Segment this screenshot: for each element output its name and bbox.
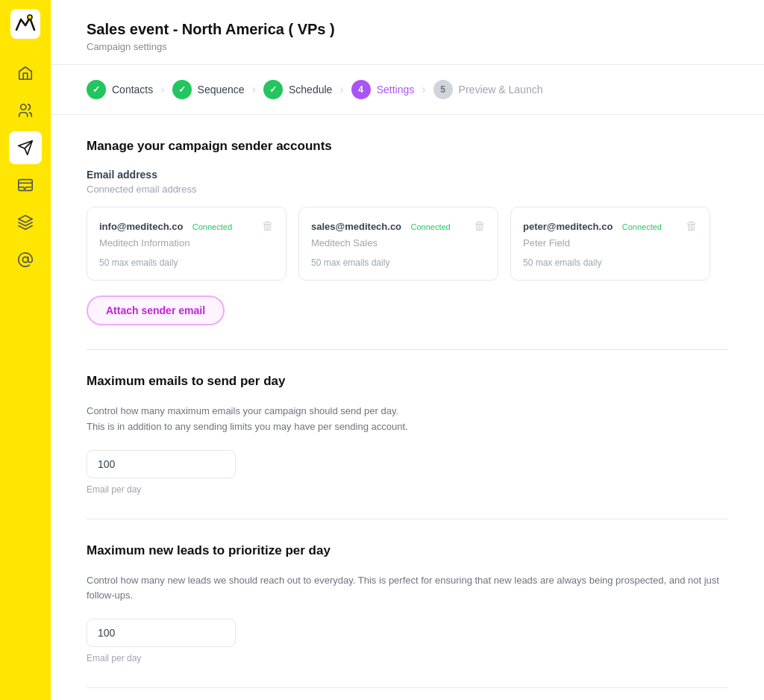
max-emails-input[interactable] [87,450,236,478]
step-label-schedule: Schedule [289,84,332,96]
sidebar-item-sequences[interactable] [9,206,42,239]
step-icon-settings: 4 [358,84,363,95]
email-address-1: sales@meditech.co [311,221,401,232]
email-card-limit-1: 50 max emails daily [311,257,486,268]
email-card-name-0: Meditech Information [99,237,274,249]
email-card-header-0: info@meditech.co Connected 🗑 [99,219,274,233]
step-settings[interactable]: 4 Settings [351,80,415,99]
step-icon-schedule: ✓ [269,84,277,95]
stepper: ✓ Contacts › ✓ Sequence › ✓ Schedule › 4… [51,65,764,115]
step-circle-contacts: ✓ [87,80,106,99]
svg-point-1 [28,15,32,19]
step-icon-preview: 5 [440,84,445,95]
max-emails-title: Maximum emails to send per day [87,374,728,389]
sender-section: Manage your campaign sender accounts Ema… [87,139,728,350]
email-card-2: peter@meditech.co Connected 🗑 Peter Fiel… [510,207,710,281]
app-logo[interactable] [10,9,40,39]
email-card-name-2: Peter Field [523,237,698,249]
delete-account-0[interactable]: 🗑 [262,219,274,233]
throttle-section: Send Throttling We will automatically st… [87,688,728,700]
email-card-address-group-2: peter@meditech.co Connected [523,219,662,233]
max-emails-desc-1: Control how many maximum emails your cam… [87,405,398,416]
email-card-limit-2: 50 max emails daily [523,257,698,268]
attach-sender-button[interactable]: Attach sender email [87,296,225,325]
sender-section-title: Manage your campaign sender accounts [87,139,728,154]
page-subtitle: Campaign settings [87,41,728,52]
email-card-address-group-1: sales@meditech.co Connected [311,219,451,233]
max-emails-sublabel: Email per day [87,484,728,495]
sidebar-item-contacts[interactable] [9,94,42,127]
step-arrow-3: › [339,83,343,96]
step-schedule[interactable]: ✓ Schedule [263,80,332,99]
email-field-sublabel: Connected email address [87,184,728,195]
max-emails-desc: Control how many maximum emails your cam… [87,404,728,435]
step-contacts[interactable]: ✓ Contacts [87,80,153,99]
max-leads-sublabel: Email per day [87,653,728,663]
connected-badge-1: Connected [411,222,451,231]
step-icon-contacts: ✓ [93,84,100,95]
step-preview[interactable]: 5 Preview & Launch [433,80,543,99]
email-card-header-1: sales@meditech.co Connected 🗑 [311,219,486,233]
svg-point-2 [21,104,26,110]
email-cards: info@meditech.co Connected 🗑 Meditech In… [87,207,728,281]
sidebar-item-inbox[interactable] [9,169,42,201]
connected-badge-2: Connected [622,222,662,231]
sidebar-item-home[interactable] [9,57,42,90]
email-card-address-group-0: info@meditech.co Connected [99,219,232,233]
max-emails-section: Maximum emails to send per day Control h… [87,350,728,519]
step-label-sequence: Sequence [198,84,245,96]
step-arrow-1: › [160,83,164,96]
step-circle-settings: 4 [351,80,371,99]
email-card-1: sales@meditech.co Connected 🗑 Meditech S… [298,207,498,281]
email-address-2: peter@meditech.co [523,221,613,232]
step-circle-sequence: ✓ [172,80,192,99]
step-label-settings: Settings [377,84,415,96]
email-card-header-2: peter@meditech.co Connected 🗑 [523,219,698,233]
sidebar-item-campaigns[interactable] [9,131,42,164]
step-arrow-2: › [252,83,256,96]
email-card-limit-0: 50 max emails daily [99,257,274,268]
max-leads-desc: Control how many new leads we should rea… [87,573,728,604]
page-header: Sales event - North America ( VPs ) Camp… [51,0,764,65]
max-emails-desc-2: This is in addition to any sending limit… [87,421,408,432]
max-leads-title: Maximum new leads to prioritize per day [87,543,728,558]
email-card-0: info@meditech.co Connected 🗑 Meditech In… [87,207,286,281]
step-label-preview: Preview & Launch [459,84,543,96]
sidebar-nav [0,57,51,276]
step-icon-sequence: ✓ [178,84,186,95]
connected-badge-0: Connected [192,222,232,231]
sidebar-item-email[interactable] [9,243,42,276]
sidebar [0,0,51,700]
content-area: Manage your campaign sender accounts Ema… [51,115,764,700]
svg-marker-4 [19,216,32,222]
email-address-0: info@meditech.co [99,221,183,232]
step-circle-preview: 5 [433,80,453,99]
delete-account-2[interactable]: 🗑 [686,219,698,233]
step-arrow-4: › [422,83,425,96]
step-circle-schedule: ✓ [263,80,283,99]
step-label-contacts: Contacts [112,84,153,96]
max-leads-input[interactable] [87,619,236,647]
delete-account-1[interactable]: 🗑 [474,219,486,233]
max-leads-section: Maximum new leads to prioritize per day … [87,519,728,689]
svg-point-5 [22,257,28,262]
step-sequence[interactable]: ✓ Sequence [172,80,245,99]
email-field-label: Email address [87,169,728,181]
email-card-name-1: Meditech Sales [311,237,486,249]
main-content: Sales event - North America ( VPs ) Camp… [51,0,764,700]
page-title: Sales event - North America ( VPs ) [87,21,728,38]
